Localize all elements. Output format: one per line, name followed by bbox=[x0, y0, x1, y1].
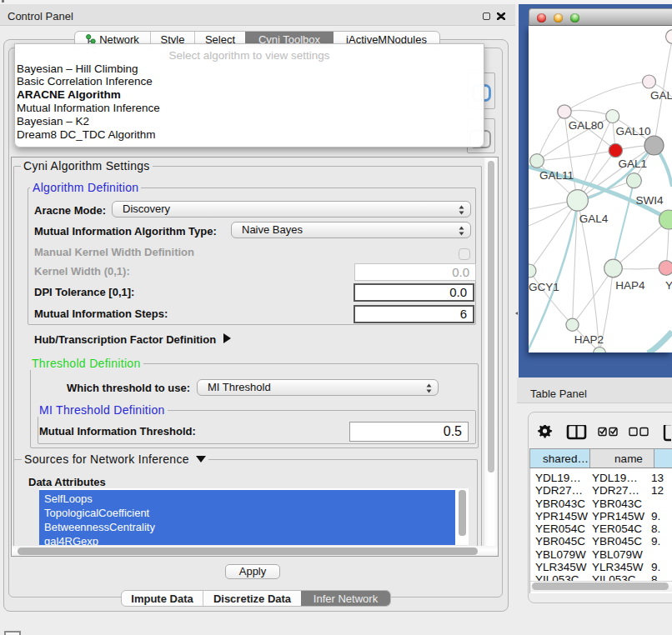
svg-text:GAL1: GAL1 bbox=[619, 158, 648, 170]
svg-text:GAL2: GAL2 bbox=[650, 89, 672, 102]
svg-text:GAL10: GAL10 bbox=[615, 125, 650, 138]
svg-text:HAP4: HAP4 bbox=[615, 279, 645, 292]
svg-text:SWI4: SWI4 bbox=[635, 194, 663, 207]
svg-text:GAL80: GAL80 bbox=[569, 119, 604, 132]
svg-text:YEL0: YEL0 bbox=[665, 279, 672, 292]
svg-text:HAP2: HAP2 bbox=[574, 333, 604, 346]
svg-text:GAL4: GAL4 bbox=[579, 212, 609, 225]
svg-text:GCY1: GCY1 bbox=[529, 281, 559, 293]
svg-text:GAL11: GAL11 bbox=[539, 169, 574, 182]
